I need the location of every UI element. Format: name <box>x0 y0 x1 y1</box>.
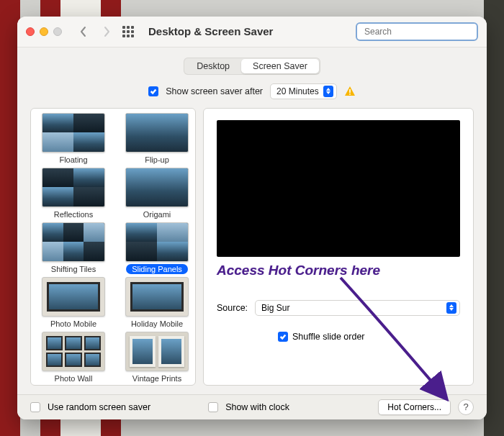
window-title: Desktop & Screen Saver <box>148 25 273 37</box>
source-label: Source: <box>217 303 248 313</box>
saver-item[interactable]: Photo Wall <box>38 332 109 383</box>
show-after-row: Show screen saver after 20 Minutes <box>30 83 474 99</box>
shuffle-label: Shuffle slide order <box>292 332 365 342</box>
show-after-label: Show screen saver after <box>166 86 263 96</box>
show-after-checkbox[interactable] <box>148 86 158 96</box>
show-after-value: 20 Minutes <box>276 86 319 96</box>
saver-item[interactable]: Vintage Prints <box>122 332 192 383</box>
window-controls <box>26 27 62 36</box>
svg-rect-3 <box>349 89 351 93</box>
saver-item[interactable]: Shifting Tiles <box>38 222 109 274</box>
saver-item[interactable]: Photo Mobile <box>38 277 109 329</box>
preferences-window: Desktop & Screen Saver Desktop Screen Sa… <box>17 17 487 419</box>
screensaver-list[interactable]: Floating Flip-up Reflections Origami <box>30 108 196 386</box>
tab-screensaver[interactable]: Screen Saver <box>241 59 319 73</box>
back-button[interactable] <box>75 23 92 40</box>
preview-pane: Access Hot Corners here Source: Big Sur … <box>203 108 474 386</box>
shuffle-checkbox[interactable] <box>278 332 288 342</box>
zoom-icon[interactable] <box>53 27 62 36</box>
forward-button[interactable] <box>98 23 115 40</box>
show-after-popup[interactable]: 20 Minutes <box>270 83 337 99</box>
popup-arrows-icon <box>323 86 333 97</box>
help-button[interactable]: ? <box>458 399 474 415</box>
content: Desktop Screen Saver Show screen saver a… <box>17 47 487 394</box>
search-input[interactable] <box>364 27 472 37</box>
random-checkbox[interactable] <box>30 402 40 412</box>
search-field[interactable] <box>356 22 478 41</box>
saver-item[interactable]: Holiday Mobile <box>122 277 192 329</box>
svg-rect-4 <box>349 94 351 95</box>
hot-corners-button[interactable]: Hot Corners... <box>378 399 451 415</box>
tab-desktop[interactable]: Desktop <box>185 59 241 73</box>
tab-switcher: Desktop Screen Saver <box>184 58 320 75</box>
warning-icon <box>344 86 356 97</box>
screensaver-preview[interactable] <box>217 120 460 257</box>
clock-checkbox[interactable] <box>208 402 218 412</box>
annotation-text: Access Hot Corners here <box>217 263 460 278</box>
source-value: Big Sur <box>261 303 442 313</box>
saver-item[interactable]: Sliding Panels <box>122 222 192 274</box>
minimize-icon[interactable] <box>40 27 48 36</box>
bottom-bar: Use random screen saver Show with clock … <box>17 394 487 419</box>
clock-label: Show with clock <box>225 402 289 412</box>
saver-item[interactable]: Reflections <box>38 168 109 219</box>
source-popup[interactable]: Big Sur <box>255 300 460 316</box>
random-label: Use random screen saver <box>48 402 150 412</box>
saver-item[interactable]: Floating <box>38 113 109 165</box>
show-all-icon[interactable] <box>122 26 134 37</box>
saver-item[interactable]: Flip-up <box>122 113 192 165</box>
saver-item[interactable]: Origami <box>122 168 192 219</box>
close-icon[interactable] <box>26 27 35 36</box>
titlebar: Desktop & Screen Saver <box>17 17 487 47</box>
popup-arrows-icon <box>446 302 456 314</box>
